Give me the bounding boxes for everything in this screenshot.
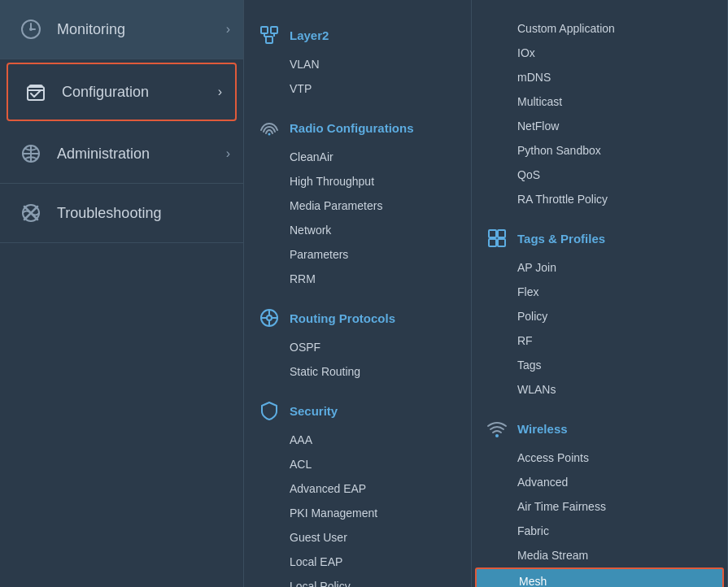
menu-item-air-time-fairness[interactable]: Air Time Fairness <box>472 494 727 519</box>
menu-item-parameters[interactable]: Parameters <box>244 242 471 267</box>
sidebar-item-monitoring-label: Monitoring <box>57 21 125 38</box>
menu-item-rf[interactable]: RF <box>472 328 727 353</box>
configuration-icon <box>21 77 50 107</box>
svg-rect-7 <box>261 27 268 33</box>
svg-rect-18 <box>489 239 496 246</box>
menu-item-tags[interactable]: Tags <box>472 353 727 377</box>
sidebar: Monitoring › Configuration › Administrat… <box>0 0 244 587</box>
security-icon <box>257 398 281 423</box>
svg-point-1 <box>29 28 33 31</box>
sidebar-item-configuration-label: Configuration <box>62 84 149 101</box>
menu-item-multicast[interactable]: Multicast <box>472 89 727 114</box>
section-title-layer2: Layer2 <box>290 28 329 42</box>
sidebar-item-troubleshooting[interactable]: Troubleshooting <box>0 184 243 243</box>
section-header-radio: Radio Configurations <box>244 107 471 145</box>
wireless-icon <box>485 416 509 441</box>
monitoring-chevron: › <box>226 22 230 37</box>
menu-item-netflow[interactable]: NetFlow <box>472 114 727 138</box>
svg-rect-19 <box>498 239 505 246</box>
menu-item-wlans[interactable]: WLANs <box>472 377 727 402</box>
troubleshooting-icon <box>16 198 46 228</box>
configuration-chevron: › <box>218 85 222 99</box>
administration-icon <box>16 139 46 168</box>
menu-item-qos[interactable]: QoS <box>472 163 727 187</box>
menu-item-vtp[interactable]: VTP <box>244 76 471 101</box>
section-header-security: Security <box>244 390 471 428</box>
routing-icon <box>257 306 281 330</box>
col-right: Custom Application IOx mDNS Multicast Ne… <box>472 0 728 587</box>
sidebar-item-monitoring[interactable]: Monitoring › <box>0 0 243 59</box>
menu-item-ra-throttle[interactable]: RA Throttle Policy <box>472 187 727 211</box>
menu-item-guest-user[interactable]: Guest User <box>244 525 471 550</box>
section-header-tags-profiles: Tags & Profiles <box>472 218 727 255</box>
menu-item-high-throughput[interactable]: High Throughput <box>244 169 471 193</box>
menu-item-mdns[interactable]: mDNS <box>472 65 727 89</box>
section-title-routing: Routing Protocols <box>290 311 395 325</box>
svg-point-13 <box>268 133 271 136</box>
sidebar-item-administration-label: Administration <box>57 146 150 163</box>
menu-item-vlan[interactable]: VLAN <box>244 52 471 76</box>
svg-rect-17 <box>498 230 505 237</box>
menu-item-pki-management[interactable]: PKI Management <box>244 501 471 525</box>
menu-item-cleanair[interactable]: CleanAir <box>244 145 471 169</box>
svg-rect-16 <box>489 230 496 237</box>
svg-rect-8 <box>271 27 277 33</box>
sidebar-item-troubleshooting-label: Troubleshooting <box>57 205 161 222</box>
section-header-routing: Routing Protocols <box>244 298 471 335</box>
section-title-tags-profiles: Tags & Profiles <box>517 232 605 246</box>
administration-chevron: › <box>226 146 230 161</box>
menu-item-ospf[interactable]: OSPF <box>244 335 471 359</box>
tags-profiles-icon <box>485 226 509 250</box>
menu-item-network[interactable]: Network <box>244 218 471 242</box>
menu-item-media-stream[interactable]: Media Stream <box>472 543 727 567</box>
section-header-wireless: Wireless <box>472 408 727 446</box>
menu-item-iox[interactable]: IOx <box>472 41 727 65</box>
svg-rect-9 <box>266 37 272 43</box>
sidebar-item-configuration[interactable]: Configuration › <box>7 63 237 121</box>
menu-item-rrm[interactable]: RRM <box>244 267 471 291</box>
menu-item-acl[interactable]: ACL <box>244 452 471 476</box>
svg-point-15 <box>267 315 272 320</box>
svg-point-20 <box>495 434 499 437</box>
menu-item-mesh[interactable]: Mesh <box>475 567 724 587</box>
menu-item-local-eap[interactable]: Local EAP <box>244 550 471 574</box>
section-header-layer2: Layer2 <box>244 15 471 52</box>
menu-item-advanced-eap[interactable]: Advanced EAP <box>244 476 471 501</box>
menu-item-policy[interactable]: Policy <box>472 304 727 328</box>
menu-item-static-routing[interactable]: Static Routing <box>244 359 471 384</box>
monitoring-icon <box>16 15 46 44</box>
menu-item-media-parameters[interactable]: Media Parameters <box>244 193 471 218</box>
section-title-wireless: Wireless <box>517 422 568 436</box>
menu-item-custom-application[interactable]: Custom Application <box>472 16 727 41</box>
main-content: Layer2 VLAN VTP Radio Configurations Cle… <box>244 0 728 587</box>
radio-icon <box>257 115 281 140</box>
col-middle: Layer2 VLAN VTP Radio Configurations Cle… <box>244 0 472 587</box>
section-title-security: Security <box>290 404 338 418</box>
menu-item-flex[interactable]: Flex <box>472 280 727 304</box>
menu-item-aaa[interactable]: AAA <box>244 428 471 452</box>
layer2-icon <box>257 23 281 47</box>
menu-item-local-policy[interactable]: Local Policy <box>244 574 471 587</box>
menu-item-ap-join[interactable]: AP Join <box>472 255 727 280</box>
menu-item-advanced[interactable]: Advanced <box>472 470 727 494</box>
sidebar-item-administration[interactable]: Administration › <box>0 124 243 184</box>
section-title-radio: Radio Configurations <box>290 121 414 135</box>
menu-item-access-points[interactable]: Access Points <box>472 446 727 470</box>
menu-item-python-sandbox[interactable]: Python Sandbox <box>472 138 727 163</box>
menu-item-fabric[interactable]: Fabric <box>472 519 727 543</box>
